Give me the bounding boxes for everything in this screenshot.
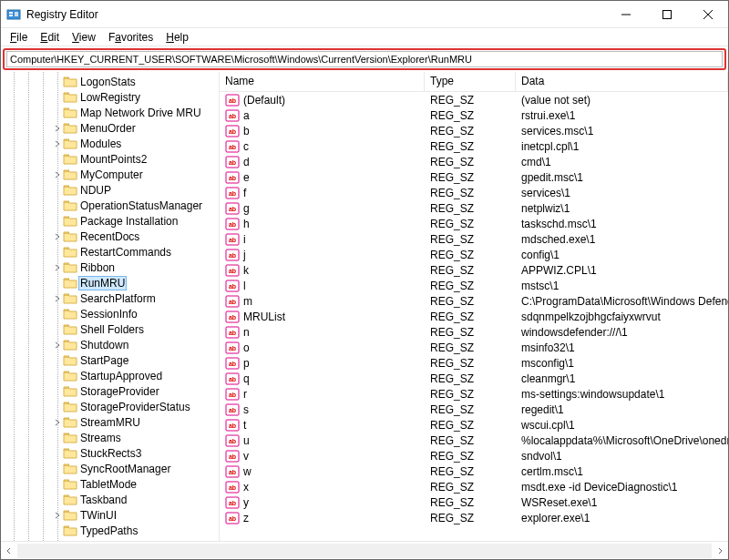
titlebar[interactable]: Registry Editor bbox=[1, 1, 728, 28]
tree-item[interactable]: LogonStats bbox=[1, 74, 219, 89]
value-row[interactable]: abeREG_SZgpedit.msc\1 bbox=[220, 169, 728, 185]
chevron-right-icon bbox=[52, 185, 63, 196]
menu-view[interactable]: View bbox=[67, 30, 101, 45]
tree-item[interactable]: Ribbon bbox=[1, 260, 219, 275]
tree-item[interactable]: Streams bbox=[1, 430, 219, 445]
svg-text:ab: ab bbox=[229, 500, 236, 506]
tree-item[interactable]: TabletMode bbox=[1, 476, 219, 492]
svg-text:ab: ab bbox=[229, 361, 236, 367]
tree-item[interactable]: Map Network Drive MRU bbox=[1, 105, 219, 120]
menu-file[interactable]: File bbox=[5, 30, 33, 45]
header-name[interactable]: Name bbox=[220, 72, 425, 91]
chevron-right-icon[interactable] bbox=[52, 262, 63, 273]
chevron-right-icon[interactable] bbox=[52, 138, 63, 149]
value-row[interactable]: abhREG_SZtaskschd.msc\1 bbox=[220, 216, 728, 231]
tree-item[interactable]: TWinUI bbox=[1, 507, 219, 523]
tree-item[interactable]: Taskband bbox=[1, 492, 219, 507]
value-row[interactable]: abfREG_SZservices\1 bbox=[220, 185, 728, 200]
value-list[interactable]: Name Type Data ab(Default)REG_SZ(value n… bbox=[220, 72, 728, 541]
value-row[interactable]: abzREG_SZexplorer.exe\1 bbox=[220, 510, 728, 525]
tree-item[interactable]: NDUP bbox=[1, 182, 219, 198]
tree-item[interactable]: RecentDocs bbox=[1, 229, 219, 244]
scroll-track[interactable] bbox=[17, 544, 712, 558]
chevron-right-icon bbox=[52, 433, 63, 443]
value-row[interactable]: abbREG_SZservices.msc\1 bbox=[220, 123, 728, 138]
tree-item[interactable]: MountPoints2 bbox=[1, 151, 219, 167]
tree-item[interactable]: StartPage bbox=[1, 352, 219, 368]
tree-item[interactable]: StorageProvider bbox=[1, 383, 219, 399]
value-row[interactable]: abmREG_SZC:\ProgramData\Microsoft\Window… bbox=[220, 293, 728, 309]
value-name: m bbox=[243, 295, 252, 308]
value-row[interactable]: abuREG_SZ%localappdata%\Microsoft\OneDri… bbox=[220, 433, 728, 448]
value-row[interactable]: abaREG_SZrstrui.exe\1 bbox=[220, 107, 728, 123]
chevron-right-icon[interactable] bbox=[52, 169, 63, 180]
tree-item-label: StuckRects3 bbox=[79, 447, 142, 460]
value-row[interactable]: abqREG_SZcleanmgr\1 bbox=[220, 371, 728, 386]
value-row[interactable]: abpREG_SZmsconfig\1 bbox=[220, 355, 728, 371]
value-row[interactable]: ab(Default)REG_SZ(value not set) bbox=[220, 92, 728, 107]
value-row[interactable]: abMRUListREG_SZsdqnmpelkzojbhgcfaiyxwrvu… bbox=[220, 309, 728, 324]
tree-item[interactable]: Shutdown bbox=[1, 337, 219, 352]
value-row[interactable]: abwREG_SZcertlm.msc\1 bbox=[220, 463, 728, 479]
tree-panel[interactable]: LogonStatsLowRegistryMap Network Drive M… bbox=[1, 72, 220, 541]
tree-item[interactable]: Package Installation bbox=[1, 213, 219, 229]
value-row[interactable]: abxREG_SZmsdt.exe -id DeviceDiagnostic\1 bbox=[220, 479, 728, 494]
value-type: REG_SZ bbox=[425, 280, 516, 292]
value-row[interactable]: abrREG_SZms-settings:windowsupdate\1 bbox=[220, 386, 728, 402]
tree-item[interactable]: LowRegistry bbox=[1, 89, 219, 105]
chevron-right-icon[interactable] bbox=[52, 123, 63, 134]
tree-item-label: NDUP bbox=[79, 184, 112, 197]
tree-item[interactable]: SyncRootManager bbox=[1, 461, 219, 476]
tree-item[interactable]: OperationStatusManager bbox=[1, 198, 219, 213]
menu-help[interactable]: Help bbox=[160, 30, 194, 45]
tree-item[interactable]: MyComputer bbox=[1, 167, 219, 182]
tree-item[interactable]: RestartCommands bbox=[1, 244, 219, 260]
value-row[interactable]: abdREG_SZcmd\1 bbox=[220, 154, 728, 169]
scroll-left-icon[interactable] bbox=[1, 547, 17, 555]
menu-edit[interactable]: Edit bbox=[35, 30, 65, 45]
maximize-button[interactable] bbox=[646, 1, 687, 27]
value-row[interactable]: abvREG_SZsndvol\1 bbox=[220, 448, 728, 463]
tree-item[interactable]: StartupApproved bbox=[1, 368, 219, 383]
tree-item[interactable]: SearchPlatform bbox=[1, 290, 219, 306]
chevron-right-icon[interactable] bbox=[52, 340, 63, 351]
value-name: y bbox=[243, 496, 249, 509]
chevron-right-icon[interactable] bbox=[52, 293, 63, 304]
value-row[interactable]: abnREG_SZwindowsdefender:///\1 bbox=[220, 324, 728, 340]
value-row[interactable]: abkREG_SZAPPWIZ.CPL\1 bbox=[220, 262, 728, 278]
tree-item[interactable]: MenuOrder bbox=[1, 120, 219, 136]
tree-item[interactable]: TypedPaths bbox=[1, 523, 219, 538]
app-icon bbox=[6, 7, 21, 22]
value-row[interactable]: abjREG_SZconfig\1 bbox=[220, 247, 728, 262]
header-data[interactable]: Data bbox=[516, 72, 728, 91]
value-row[interactable]: abgREG_SZnetplwiz\1 bbox=[220, 200, 728, 216]
tree-item[interactable]: RunMRU bbox=[1, 275, 219, 290]
value-data: (value not set) bbox=[516, 94, 728, 107]
chevron-right-icon[interactable] bbox=[52, 510, 63, 521]
value-name: q bbox=[243, 372, 250, 385]
chevron-right-icon[interactable] bbox=[52, 231, 63, 242]
scroll-right-icon[interactable] bbox=[712, 547, 728, 555]
chevron-right-icon[interactable] bbox=[52, 417, 63, 428]
horizontal-scrollbar[interactable] bbox=[1, 541, 728, 559]
value-row[interactable]: abcREG_SZinetcpl.cpl\1 bbox=[220, 138, 728, 154]
menu-favorites[interactable]: Favorites bbox=[103, 30, 159, 45]
header-type[interactable]: Type bbox=[425, 72, 516, 91]
value-row[interactable]: abyREG_SZWSReset.exe\1 bbox=[220, 494, 728, 510]
tree-item[interactable]: StreamMRU bbox=[1, 414, 219, 430]
tree-item[interactable]: StuckRects3 bbox=[1, 445, 219, 461]
value-row[interactable]: abtREG_SZwscui.cpl\1 bbox=[220, 417, 728, 433]
tree-item[interactable]: StorageProviderStatus bbox=[1, 399, 219, 414]
address-input[interactable] bbox=[6, 51, 723, 67]
value-row[interactable]: ablREG_SZmstsc\1 bbox=[220, 278, 728, 293]
tree-item[interactable]: Modules bbox=[1, 136, 219, 151]
folder-icon bbox=[63, 509, 77, 522]
value-row[interactable]: abiREG_SZmdsched.exe\1 bbox=[220, 231, 728, 247]
minimize-button[interactable] bbox=[605, 1, 646, 27]
tree-item[interactable]: User Shell Folders bbox=[1, 538, 219, 541]
tree-item[interactable]: Shell Folders bbox=[1, 321, 219, 337]
value-row[interactable]: aboREG_SZmsinfo32\1 bbox=[220, 340, 728, 355]
value-row[interactable]: absREG_SZregedit\1 bbox=[220, 402, 728, 417]
tree-item[interactable]: SessionInfo bbox=[1, 306, 219, 321]
close-button[interactable] bbox=[687, 1, 728, 27]
